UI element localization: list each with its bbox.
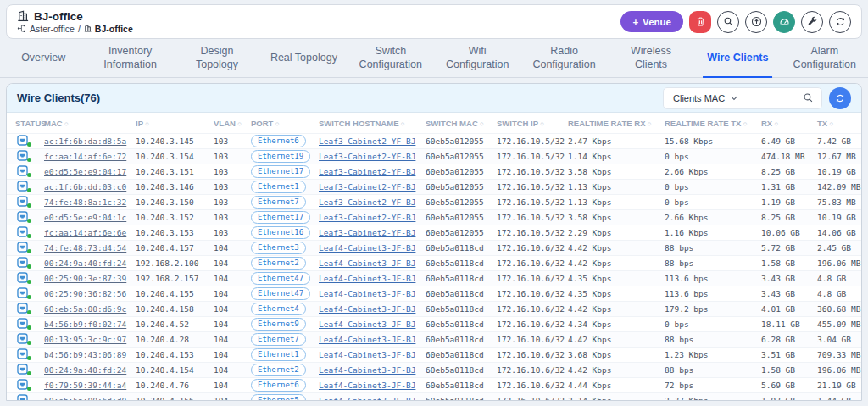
client-mac-link[interactable]: 00:24:9a:40:fd:24 [44, 259, 126, 268]
sort-icon[interactable]: ○ [145, 120, 149, 128]
client-vlan: 103 [210, 149, 248, 164]
delete-venue-button[interactable] [689, 11, 711, 33]
dashboard-button[interactable] [773, 11, 795, 33]
client-mac-link[interactable]: 00:13:95:3c:9c:97 [44, 335, 126, 344]
sort-icon[interactable]: ○ [275, 120, 279, 128]
switch-hostname-link[interactable]: Leaf3-Cabinet2-YF-BJ [319, 152, 415, 161]
realtime-rate-tx: 88 bps [661, 256, 758, 271]
sort-icon[interactable]: ○ [480, 120, 484, 128]
column-header-switch-ip[interactable]: SWITCH IP○ [493, 113, 565, 134]
switch-hostname-link[interactable]: Leaf3-Cabinet2-YF-BJ [319, 197, 415, 207]
realtime-rate-rx: 3.58 Kbps [565, 210, 661, 225]
sort-icon[interactable]: ○ [743, 120, 747, 128]
switch-hostname-link[interactable]: Leaf4-Cabinet3-JF-BJ [319, 243, 415, 253]
switch-hostname-link[interactable]: Leaf4-Cabinet3-JF-BJ [319, 289, 415, 298]
search-button[interactable] [795, 92, 821, 103]
tab-overview[interactable]: Overview [0, 39, 86, 77]
wired-client-status-icon [17, 272, 30, 283]
switch-hostname-link[interactable]: Leaf4-Cabinet3-JF-BJ [319, 259, 415, 268]
client-mac-link[interactable]: 60:eb:5a:00:6d:d0 [44, 396, 126, 401]
sync-button[interactable] [829, 11, 851, 33]
sort-icon[interactable]: ○ [647, 120, 651, 128]
column-header-vlan[interactable]: VLAN○ [210, 113, 248, 134]
inspect-button[interactable] [717, 11, 739, 33]
table-row: 00:13:95:3c:9c:97 10.240.4.28 104 Ethern… [7, 332, 861, 348]
column-header-port[interactable]: PORT○ [248, 113, 315, 134]
sort-icon[interactable]: ○ [540, 120, 544, 128]
client-mac-link[interactable]: 74:fe:48:8a:1c:32 [44, 197, 126, 207]
switch-hostname-link[interactable]: Leaf3-Cabinet2-YF-BJ [319, 213, 415, 222]
client-vlan: 104 [210, 271, 248, 286]
online-status-dot [27, 234, 31, 238]
add-venue-button[interactable]: +Venue [620, 11, 683, 32]
tx-total: 196.06 MB [814, 256, 861, 271]
tab-wifi-configuration[interactable]: Wifi Configuration [434, 39, 520, 77]
client-mac-link[interactable]: b4:56:b9:f0:02:74 [44, 320, 126, 329]
switch-hostname-link[interactable]: Leaf3-Cabinet2-YF-BJ [319, 182, 415, 192]
tab-alarm-configuration[interactable]: Alarm Configuration [782, 39, 868, 77]
client-mac-link[interactable]: ac:1f:6b:da:d8:5a [44, 136, 126, 146]
sort-icon[interactable]: ○ [774, 120, 778, 128]
client-mac-link[interactable]: fc:aa:14:af:6e:72 [44, 152, 126, 161]
wired-client-status-icon [17, 333, 30, 344]
switch-hostname-link[interactable]: Leaf3-Cabinet2-YF-BJ [319, 136, 415, 146]
breadcrumb-parent[interactable]: Aster-office [30, 24, 75, 34]
sort-icon[interactable]: ○ [64, 120, 69, 128]
switch-ip: 172.16.10.6/32 [493, 317, 565, 332]
column-header-ip[interactable]: IP○ [132, 113, 210, 134]
client-mac-link[interactable]: b4:56:b9:43:06:89 [44, 350, 126, 359]
realtime-rate-tx: 0 bps [661, 317, 758, 332]
tab-real-topology[interactable]: Real Topology [260, 39, 347, 77]
tab-wireless-clients[interactable]: Wireless Clients [608, 39, 694, 77]
sort-icon[interactable]: ○ [400, 120, 404, 128]
client-mac-link[interactable]: e0:d5:5e:e9:04:17 [44, 167, 126, 176]
wired-client-status-icon [17, 165, 30, 176]
sort-icon[interactable]: ○ [829, 120, 833, 128]
wired-client-status-icon [17, 135, 30, 146]
client-vlan: 103 [210, 164, 248, 180]
client-mac-link[interactable]: e0:d5:5e:e9:04:1c [44, 213, 126, 222]
port-badge: Ethernet2 [251, 364, 306, 376]
client-mac-link[interactable]: 00:24:9a:40:fd:24 [44, 365, 126, 375]
switch-hostname-link[interactable]: Leaf4-Cabinet3-JF-BJ [319, 320, 415, 329]
column-header-rx[interactable]: RX○ [758, 113, 814, 134]
client-mac-link[interactable]: ac:1f:6b:dd:03:c0 [44, 182, 126, 192]
column-header-realtime-rate-rx[interactable]: REALTIME RATE RX○ [565, 113, 661, 134]
tab-wire-clients[interactable]: Wire Clients [694, 39, 781, 77]
realtime-rate-rx: 4.42 Kbps [565, 241, 661, 256]
client-mac-link[interactable]: 74:fe:48:73:d4:54 [44, 243, 126, 253]
switch-hostname-link[interactable]: Leaf4-Cabinet3-JF-BJ [319, 350, 415, 359]
refresh-table-button[interactable] [829, 87, 851, 109]
switch-hostname-link[interactable]: Leaf4-Cabinet3-JF-BJ [319, 381, 415, 390]
column-header-switch-hostname[interactable]: SWITCH HOSTNAME○ [315, 113, 422, 134]
column-header-switch-mac[interactable]: SWITCH MAC○ [422, 113, 493, 134]
switch-hostname-link[interactable]: Leaf3-Cabinet2-YF-BJ [319, 228, 415, 237]
sort-icon[interactable]: ○ [237, 120, 242, 128]
tab-design-topology[interactable]: Design Topology [174, 39, 260, 77]
tab-switch-configuration[interactable]: Switch Configuration [348, 39, 434, 77]
tab-inventory-information[interactable]: Inventory Information [86, 39, 173, 77]
switch-hostname-link[interactable]: Leaf4-Cabinet3-JF-BJ [319, 274, 415, 283]
switch-hostname-link[interactable]: Leaf4-Cabinet3-JF-BJ [319, 396, 415, 401]
column-header-mac[interactable]: MAC○ [41, 113, 132, 134]
switch-mac: 60eb5a012055 [422, 195, 493, 210]
client-mac-link[interactable]: f0:79:59:39:44:a4 [44, 381, 126, 390]
switch-hostname-link[interactable]: Leaf4-Cabinet3-JF-BJ [319, 365, 415, 375]
tx-total: 14.06 GB [814, 225, 861, 241]
column-header-realtime-rate-tx[interactable]: REALTIME RATE TX○ [661, 113, 758, 134]
client-mac-link[interactable]: 60:eb:5a:00:d6:9c [44, 304, 126, 314]
switch-hostname-link[interactable]: Leaf4-Cabinet3-JF-BJ [319, 335, 415, 344]
header-actions: +Venue [620, 11, 851, 33]
client-mac-link[interactable]: 00:25:90:3e:87:39 [44, 274, 126, 283]
switch-hostname-link[interactable]: Leaf4-Cabinet3-JF-BJ [319, 304, 415, 314]
switch-ip: 172.16.10.6/32 [493, 363, 565, 378]
tx-total: 709.33 MB [814, 348, 861, 363]
tab-radio-configuration[interactable]: Radio Configuration [520, 39, 607, 77]
column-header-tx[interactable]: TX○ [814, 113, 861, 134]
client-mac-link[interactable]: fc:aa:14:af:6e:6e [44, 228, 126, 237]
filter-field-select[interactable]: Clients MAC [664, 93, 747, 103]
switch-hostname-link[interactable]: Leaf3-Cabinet2-YF-BJ [319, 167, 415, 176]
client-mac-link[interactable]: 00:25:90:36:82:56 [44, 289, 126, 298]
tools-button[interactable] [801, 11, 823, 33]
upgrade-button[interactable] [745, 11, 767, 33]
